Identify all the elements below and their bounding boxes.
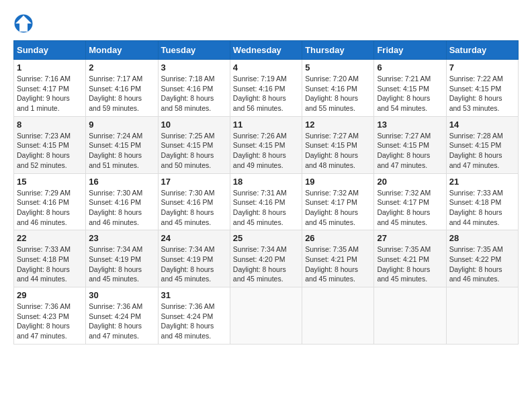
- calendar-cell: [302, 287, 374, 345]
- day-number: 11: [233, 120, 299, 130]
- day-number: 31: [161, 290, 227, 300]
- day-number: 9: [89, 120, 154, 130]
- day-number: 18: [233, 177, 299, 187]
- day-number: 26: [305, 233, 371, 243]
- calendar-cell: 5 Sunrise: 7:20 AMSunset: 4:16 PMDayligh…: [302, 60, 374, 117]
- day-number: 5: [305, 62, 371, 73]
- logo-icon: [13, 13, 34, 34]
- calendar-cell: 8 Sunrise: 7:23 AMSunset: 4:15 PMDayligh…: [14, 116, 86, 173]
- day-info: Sunrise: 7:27 AMSunset: 4:15 PMDaylight:…: [377, 132, 431, 169]
- day-of-week-header: Sunday: [14, 41, 86, 60]
- calendar-cell: 26 Sunrise: 7:35 AMSunset: 4:21 PMDaylig…: [302, 230, 374, 287]
- calendar-cell: 24 Sunrise: 7:34 AMSunset: 4:19 PMDaylig…: [158, 230, 230, 287]
- day-of-week-header: Saturday: [446, 41, 518, 60]
- day-info: Sunrise: 7:34 AMSunset: 4:20 PMDaylight:…: [233, 245, 287, 283]
- calendar-header-row: SundayMondayTuesdayWednesdayThursdayFrid…: [14, 41, 519, 60]
- day-number: 23: [89, 233, 154, 243]
- day-info: Sunrise: 7:26 AMSunset: 4:15 PMDaylight:…: [233, 132, 287, 169]
- calendar-week-row: 29 Sunrise: 7:36 AMSunset: 4:23 PMDaylig…: [14, 287, 519, 345]
- calendar-cell: 3 Sunrise: 7:18 AMSunset: 4:16 PMDayligh…: [158, 60, 230, 117]
- calendar-cell: 29 Sunrise: 7:36 AMSunset: 4:23 PMDaylig…: [14, 287, 86, 345]
- day-number: 22: [17, 233, 83, 243]
- day-number: 21: [449, 177, 515, 187]
- day-info: Sunrise: 7:35 AMSunset: 4:21 PMDaylight:…: [377, 245, 431, 283]
- calendar-cell: 16 Sunrise: 7:30 AMSunset: 4:16 PMDaylig…: [86, 173, 158, 230]
- day-info: Sunrise: 7:27 AMSunset: 4:15 PMDaylight:…: [305, 132, 359, 169]
- day-of-week-header: Tuesday: [158, 41, 230, 60]
- day-info: Sunrise: 7:31 AMSunset: 4:16 PMDaylight:…: [233, 189, 287, 226]
- day-number: 2: [89, 62, 154, 73]
- calendar-cell: 19 Sunrise: 7:32 AMSunset: 4:17 PMDaylig…: [302, 173, 374, 230]
- day-info: Sunrise: 7:20 AMSunset: 4:16 PMDaylight:…: [305, 75, 359, 112]
- day-info: Sunrise: 7:32 AMSunset: 4:17 PMDaylight:…: [377, 189, 431, 226]
- day-info: Sunrise: 7:32 AMSunset: 4:17 PMDaylight:…: [305, 189, 359, 226]
- day-number: 7: [449, 62, 515, 73]
- day-info: Sunrise: 7:36 AMSunset: 4:24 PMDaylight:…: [89, 302, 142, 340]
- calendar-cell: 28 Sunrise: 7:35 AMSunset: 4:22 PMDaylig…: [446, 230, 518, 287]
- calendar-cell: 23 Sunrise: 7:34 AMSunset: 4:19 PMDaylig…: [86, 230, 158, 287]
- day-number: 20: [377, 177, 443, 187]
- logo: [13, 13, 36, 34]
- calendar-cell: 7 Sunrise: 7:22 AMSunset: 4:15 PMDayligh…: [446, 60, 518, 117]
- day-number: 30: [89, 290, 154, 300]
- calendar-week-row: 1 Sunrise: 7:16 AMSunset: 4:17 PMDayligh…: [14, 60, 519, 117]
- calendar-cell: 30 Sunrise: 7:36 AMSunset: 4:24 PMDaylig…: [86, 287, 158, 345]
- calendar-cell: 15 Sunrise: 7:29 AMSunset: 4:16 PMDaylig…: [14, 173, 86, 230]
- calendar-cell: [446, 287, 518, 345]
- day-number: 3: [161, 62, 227, 73]
- day-of-week-header: Monday: [86, 41, 158, 60]
- day-number: 13: [377, 120, 443, 130]
- calendar-cell: 18 Sunrise: 7:31 AMSunset: 4:16 PMDaylig…: [230, 173, 302, 230]
- day-info: Sunrise: 7:17 AMSunset: 4:16 PMDaylight:…: [89, 75, 142, 112]
- calendar-week-row: 8 Sunrise: 7:23 AMSunset: 4:15 PMDayligh…: [14, 116, 519, 173]
- day-info: Sunrise: 7:30 AMSunset: 4:16 PMDaylight:…: [89, 189, 142, 226]
- day-info: Sunrise: 7:33 AMSunset: 4:18 PMDaylight:…: [449, 189, 503, 226]
- day-of-week-header: Wednesday: [230, 41, 302, 60]
- calendar-cell: 9 Sunrise: 7:24 AMSunset: 4:15 PMDayligh…: [86, 116, 158, 173]
- day-info: Sunrise: 7:25 AMSunset: 4:15 PMDaylight:…: [161, 132, 215, 169]
- calendar-table: SundayMondayTuesdayWednesdayThursdayFrid…: [13, 40, 519, 345]
- calendar-cell: 14 Sunrise: 7:28 AMSunset: 4:15 PMDaylig…: [446, 116, 518, 173]
- day-number: 6: [377, 62, 443, 73]
- calendar-cell: 10 Sunrise: 7:25 AMSunset: 4:15 PMDaylig…: [158, 116, 230, 173]
- day-number: 29: [17, 290, 83, 300]
- day-info: Sunrise: 7:16 AMSunset: 4:17 PMDaylight:…: [17, 75, 71, 112]
- day-number: 1: [17, 62, 83, 73]
- day-info: Sunrise: 7:21 AMSunset: 4:15 PMDaylight:…: [377, 75, 431, 112]
- calendar-cell: 27 Sunrise: 7:35 AMSunset: 4:21 PMDaylig…: [374, 230, 446, 287]
- day-number: 24: [161, 233, 227, 243]
- day-number: 14: [449, 120, 515, 130]
- day-info: Sunrise: 7:19 AMSunset: 4:16 PMDaylight:…: [233, 75, 287, 112]
- day-info: Sunrise: 7:18 AMSunset: 4:16 PMDaylight:…: [161, 75, 215, 112]
- calendar-cell: 2 Sunrise: 7:17 AMSunset: 4:16 PMDayligh…: [86, 60, 158, 117]
- calendar-cell: [230, 287, 302, 345]
- day-of-week-header: Thursday: [302, 41, 374, 60]
- day-number: 12: [305, 120, 371, 130]
- calendar-cell: 22 Sunrise: 7:33 AMSunset: 4:18 PMDaylig…: [14, 230, 86, 287]
- day-info: Sunrise: 7:30 AMSunset: 4:16 PMDaylight:…: [161, 189, 215, 226]
- calendar-cell: 17 Sunrise: 7:30 AMSunset: 4:16 PMDaylig…: [158, 173, 230, 230]
- calendar-cell: 31 Sunrise: 7:36 AMSunset: 4:24 PMDaylig…: [158, 287, 230, 345]
- calendar-week-row: 22 Sunrise: 7:33 AMSunset: 4:18 PMDaylig…: [14, 230, 519, 287]
- day-info: Sunrise: 7:24 AMSunset: 4:15 PMDaylight:…: [89, 132, 142, 169]
- day-number: 25: [233, 233, 299, 243]
- day-info: Sunrise: 7:36 AMSunset: 4:23 PMDaylight:…: [17, 302, 71, 340]
- day-number: 4: [233, 62, 299, 73]
- calendar-cell: 21 Sunrise: 7:33 AMSunset: 4:18 PMDaylig…: [446, 173, 518, 230]
- calendar-cell: 6 Sunrise: 7:21 AMSunset: 4:15 PMDayligh…: [374, 60, 446, 117]
- day-info: Sunrise: 7:35 AMSunset: 4:22 PMDaylight:…: [449, 245, 503, 283]
- calendar-cell: 1 Sunrise: 7:16 AMSunset: 4:17 PMDayligh…: [14, 60, 86, 117]
- day-number: 27: [377, 233, 443, 243]
- day-info: Sunrise: 7:33 AMSunset: 4:18 PMDaylight:…: [17, 245, 71, 283]
- day-number: 15: [17, 177, 83, 187]
- day-info: Sunrise: 7:35 AMSunset: 4:21 PMDaylight:…: [305, 245, 359, 283]
- page-header: [13, 13, 519, 34]
- calendar-week-row: 15 Sunrise: 7:29 AMSunset: 4:16 PMDaylig…: [14, 173, 519, 230]
- day-info: Sunrise: 7:36 AMSunset: 4:24 PMDaylight:…: [161, 302, 215, 340]
- day-number: 8: [17, 120, 83, 130]
- calendar-cell: 12 Sunrise: 7:27 AMSunset: 4:15 PMDaylig…: [302, 116, 374, 173]
- day-info: Sunrise: 7:34 AMSunset: 4:19 PMDaylight:…: [89, 245, 142, 283]
- day-number: 19: [305, 177, 371, 187]
- calendar-cell: 4 Sunrise: 7:19 AMSunset: 4:16 PMDayligh…: [230, 60, 302, 117]
- day-number: 28: [449, 233, 515, 243]
